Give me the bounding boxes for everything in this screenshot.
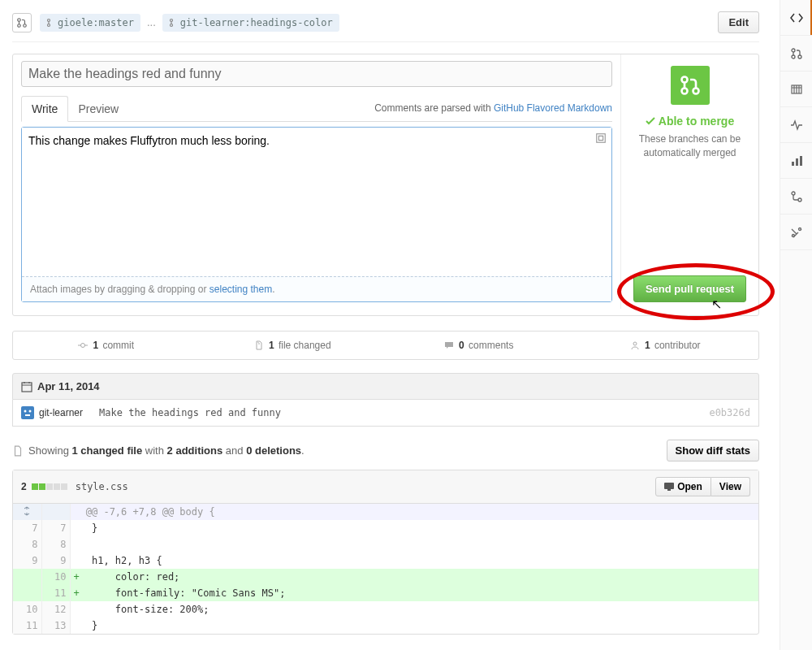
svg-point-17 — [170, 24, 172, 26]
avatar-icon — [21, 406, 34, 419]
stat-files[interactable]: 1 file changed — [200, 332, 387, 359]
svg-point-13 — [24, 24, 27, 27]
file-icon — [12, 445, 24, 457]
calendar-icon — [21, 381, 32, 392]
svg-point-1 — [792, 55, 795, 58]
diff-line-add: 10+ color: red; — [13, 569, 758, 585]
diff-line: 77 } — [13, 520, 758, 536]
check-icon — [646, 116, 655, 126]
open-file-button[interactable]: Open — [655, 477, 711, 496]
diff-summary: Showing 1 changed file with 2 additions … — [12, 440, 759, 462]
merge-status-title: Able to merge — [646, 115, 734, 128]
svg-point-10 — [793, 234, 795, 236]
branch-compare-bar: gioele:master ... git-learner:headings-c… — [12, 0, 759, 42]
pr-description-textarea[interactable]: This change makes Fluffytron much less b… — [22, 128, 611, 274]
svg-point-11 — [18, 18, 21, 21]
svg-point-15 — [48, 24, 50, 26]
fullscreen-icon[interactable] — [595, 132, 607, 146]
ellipsis: ... — [147, 16, 156, 28]
svg-rect-24 — [22, 383, 32, 392]
base-branch-chip[interactable]: gioele:master — [40, 14, 140, 32]
nav-graphs-icon[interactable] — [780, 143, 812, 179]
commit-message: Make the headings red and funny — [99, 407, 281, 418]
svg-rect-25 — [21, 406, 34, 419]
svg-point-21 — [693, 89, 698, 94]
svg-rect-6 — [800, 156, 802, 166]
diff-line: 1113 } — [13, 618, 758, 634]
svg-point-12 — [18, 24, 21, 27]
commit-sha[interactable]: e0b326d — [709, 407, 750, 418]
send-pull-request-button[interactable]: Send pull request — [633, 275, 746, 302]
commit-row[interactable]: git-learner Make the headings red and fu… — [12, 400, 759, 427]
comment-icon — [444, 340, 454, 350]
merge-badge-icon — [671, 66, 710, 105]
attachment-dropzone[interactable]: Attach images by dragging & dropping or … — [22, 276, 611, 301]
right-sidebar — [780, 0, 812, 650]
cursor-icon: ↖ — [711, 297, 722, 312]
stat-comments[interactable]: 0 comments — [386, 332, 572, 359]
diff-line: 1012 font-size: 200%; — [13, 601, 758, 618]
diff-hunk-header: @@ -7,6 +7,8 @@ body { — [13, 504, 758, 520]
view-file-button[interactable]: View — [711, 477, 750, 496]
svg-rect-29 — [664, 483, 674, 489]
svg-rect-5 — [796, 158, 798, 166]
svg-rect-28 — [25, 414, 30, 416]
nav-pr-icon[interactable] — [780, 36, 812, 72]
svg-point-9 — [799, 228, 801, 230]
svg-point-23 — [633, 342, 637, 345]
pr-form: Write Preview Comments are parsed with G… — [12, 54, 759, 316]
stats-row: 1 commit 1 file changed 0 comments 1 con… — [12, 331, 759, 360]
markdown-note: Comments are parsed with GitHub Flavored… — [374, 102, 612, 114]
merge-status-desc: These branches can be automatically merg… — [628, 132, 752, 160]
commit-icon — [78, 340, 88, 350]
contributor-icon — [630, 340, 640, 350]
nav-network-icon[interactable] — [780, 179, 812, 214]
svg-point-2 — [798, 55, 801, 58]
select-files-link[interactable]: selecting them — [209, 284, 272, 295]
svg-rect-4 — [792, 162, 794, 166]
commit-author: git-learner — [39, 407, 83, 418]
nav-pulse-icon[interactable] — [780, 107, 812, 143]
nav-settings-icon[interactable] — [780, 214, 812, 250]
tab-write[interactable]: Write — [21, 96, 68, 122]
tab-preview[interactable]: Preview — [68, 97, 128, 121]
base-branch-text: gioele:master — [58, 17, 134, 28]
svg-point-14 — [48, 19, 50, 21]
svg-point-19 — [681, 77, 687, 83]
edit-button[interactable]: Edit — [718, 11, 759, 33]
diff-filename[interactable]: style.css — [76, 481, 128, 492]
compare-icon — [12, 13, 32, 32]
diff-line: 99 h1, h2, h3 { — [13, 552, 758, 569]
svg-point-26 — [24, 410, 27, 413]
file-icon — [254, 340, 264, 350]
diff-line: 88 — [13, 536, 758, 552]
commit-date-header: Apr 11, 2014 — [12, 373, 759, 400]
diff-file-panel: 2 style.css Open View @@ -7,6 +7,8 @@ bo… — [12, 470, 759, 635]
pr-title-input[interactable] — [21, 61, 612, 87]
svg-point-8 — [798, 198, 801, 202]
diff-line-add: 11+ font-family: "Comic Sans MS"; — [13, 585, 758, 601]
svg-point-20 — [681, 89, 687, 94]
svg-point-7 — [792, 192, 795, 195]
nav-wiki-icon[interactable] — [780, 72, 812, 107]
head-branch-text: git-learner:headings-color — [180, 17, 333, 28]
head-branch-chip[interactable]: git-learner:headings-color — [162, 14, 339, 32]
diff-stat-squares — [32, 483, 67, 490]
show-diff-stats-button[interactable]: Show diff stats — [667, 440, 759, 462]
stat-contributors[interactable]: 1 contributor — [572, 332, 759, 359]
screen-icon — [664, 483, 674, 491]
svg-rect-30 — [667, 489, 671, 491]
expand-icon[interactable] — [22, 506, 32, 516]
svg-point-0 — [792, 49, 795, 52]
svg-rect-18 — [597, 134, 606, 143]
diff-add-count: 2 — [21, 481, 27, 492]
diff-table: @@ -7,6 +7,8 @@ body { 77 } 88 99 h1, h2… — [13, 504, 758, 634]
markdown-link[interactable]: GitHub Flavored Markdown — [494, 102, 612, 114]
nav-code-icon[interactable] — [780, 0, 812, 36]
svg-point-22 — [81, 344, 85, 348]
stat-commits[interactable]: 1 commit — [13, 332, 200, 359]
svg-point-27 — [29, 410, 32, 413]
svg-point-16 — [170, 19, 172, 21]
